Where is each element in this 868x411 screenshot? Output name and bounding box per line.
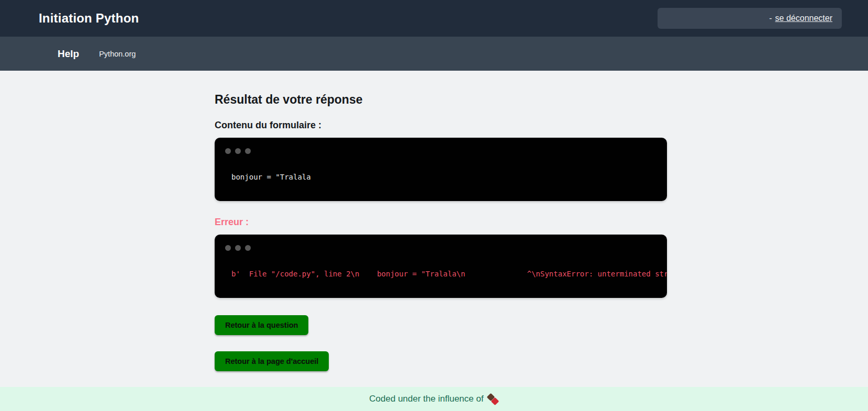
content-container: Résultat de votre réponse Contenu du for… <box>215 71 667 371</box>
logout-link[interactable]: se déconnecter <box>775 14 832 23</box>
main-content: Résultat de votre réponse Contenu du for… <box>0 71 868 387</box>
back-to-home-form: Retour à la page d'accueil <box>215 335 667 371</box>
chocolate-bar-icon <box>487 393 499 405</box>
menu-item-help[interactable]: Help <box>58 48 79 60</box>
session-box: - se déconnecter <box>658 8 842 29</box>
form-code-terminal: bonjour = "Tralala <box>215 138 667 201</box>
menu-item-python-org[interactable]: Python.org <box>99 50 136 58</box>
form-code-text: bonjour = "Tralala <box>215 173 667 181</box>
error-heading: Erreur : <box>215 217 667 228</box>
error-code-terminal: b' File "/code.py", line 2\n bonjour = "… <box>215 235 667 298</box>
terminal-window-dots-icon <box>215 148 667 154</box>
terminal-window-dots-icon <box>215 245 667 251</box>
page-title: Résultat de votre réponse <box>215 93 667 107</box>
logout-prefix: - <box>769 14 772 23</box>
footer-text: Coded under the influence of <box>369 394 483 404</box>
form-content-heading: Contenu du formulaire : <box>215 120 667 131</box>
app-title: Initiation Python <box>39 11 139 26</box>
page-footer: Coded under the influence of <box>0 387 868 411</box>
top-navbar: Initiation Python - se déconnecter <box>0 0 868 37</box>
back-to-question-form: Retour à la question <box>215 298 667 335</box>
back-to-home-button[interactable]: Retour à la page d'accueil <box>215 351 329 371</box>
back-to-question-button[interactable]: Retour à la question <box>215 315 308 335</box>
error-code-text: b' File "/code.py", line 2\n bonjour = "… <box>215 270 667 278</box>
menu-bar: Help Python.org <box>0 37 868 71</box>
